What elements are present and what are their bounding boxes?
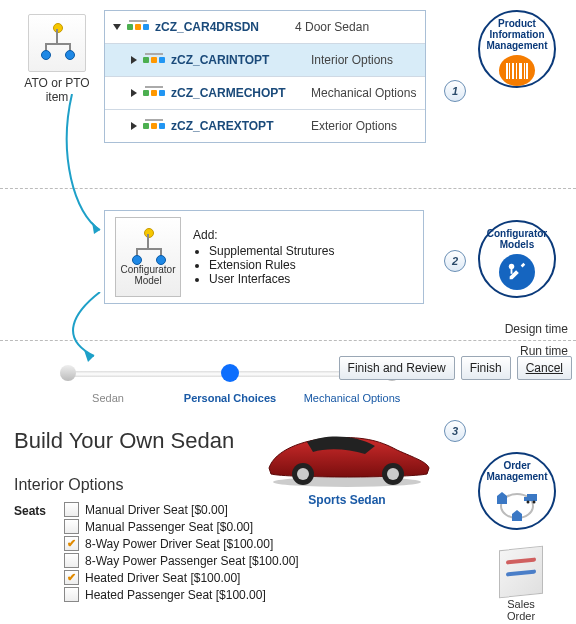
cm-label: Configurator Models — [487, 228, 548, 250]
configurator-model-app-icon: Configurator Model — [115, 217, 181, 297]
svg-rect-10 — [497, 496, 507, 504]
item-description: Mechanical Options — [311, 86, 416, 100]
svg-point-22 — [297, 468, 309, 480]
design-time-label: Design time — [505, 322, 568, 336]
svg-rect-8 — [511, 268, 513, 274]
seat-option[interactable]: Heated Passenger Seat [$100.00] — [64, 587, 299, 602]
item-type-icon — [143, 86, 165, 100]
step-dot-personal-choices[interactable] — [221, 364, 239, 382]
checkbox[interactable] — [64, 502, 79, 517]
finish-button[interactable]: Finish — [461, 356, 511, 380]
item-code: zCZ_CAR4DRSDN — [155, 20, 295, 34]
car-icon — [257, 420, 437, 490]
ato-tree-icon — [28, 14, 86, 72]
checkbox[interactable] — [64, 519, 79, 534]
svg-rect-16 — [512, 514, 522, 521]
seat-option-label: Manual Passenger Seat [$0.00] — [85, 520, 253, 534]
flow-arrow-1 — [64, 94, 104, 234]
item-code: zCZ_CAREXTOPT — [171, 119, 311, 133]
item-tree-row[interactable]: zCZ_CAREXTOPTExterior Options — [105, 110, 425, 142]
checkbox[interactable] — [64, 553, 79, 568]
seat-option-label: 8-Way Power Driver Seat [$100.00] — [85, 537, 273, 551]
pim-label: Product Information Management — [486, 18, 547, 51]
seat-option-label: Heated Driver Seat [$100.00] — [85, 571, 240, 585]
svg-rect-3 — [516, 63, 517, 79]
expand-arrow-icon[interactable] — [113, 24, 121, 30]
item-description: Interior Options — [311, 53, 393, 67]
svg-marker-11 — [497, 492, 507, 496]
svg-rect-1 — [509, 63, 510, 79]
item-type-icon — [143, 119, 165, 133]
svg-rect-0 — [506, 63, 508, 79]
cancel-button-label: Cancel — [526, 361, 563, 375]
item-code: zCZ_CARINTOPT — [171, 53, 311, 67]
seat-option[interactable]: 8-Way Power Passenger Seat [$100.00] — [64, 553, 299, 568]
item-type-icon — [127, 20, 149, 34]
item-description: 4 Door Sedan — [295, 20, 369, 34]
checkbox[interactable] — [64, 570, 79, 585]
configurator-model-box: Configurator Model Add: Supplemental Str… — [104, 210, 424, 304]
add-bullet: Supplemental Strutures — [209, 244, 334, 258]
item-tree-table: zCZ_CAR4DRSDN4 Door SedanzCZ_CARINTOPTIn… — [104, 10, 426, 143]
step-number-2: 2 — [444, 250, 466, 272]
seat-option-label: 8-Way Power Passenger Seat [$100.00] — [85, 554, 299, 568]
expand-arrow-icon[interactable] — [131, 56, 137, 64]
add-bullet-list: Supplemental StruturesExtension RulesUse… — [209, 244, 334, 286]
step-label-mechanical-options[interactable]: Mechanical Options — [291, 392, 413, 404]
checkbox[interactable] — [64, 587, 79, 602]
circle-product-information-management: Product Information Management — [478, 10, 556, 88]
svg-marker-17 — [512, 510, 522, 514]
sales-order-app: Sales Order — [492, 548, 550, 622]
add-bullet: User Interfaces — [209, 272, 334, 286]
order-management-icon — [493, 486, 541, 526]
circle-order-management: Order Management — [478, 452, 556, 530]
tools-icon — [499, 254, 535, 290]
car-name: Sports Sedan — [254, 493, 440, 507]
om-label: Order Management — [486, 460, 547, 482]
seat-option[interactable]: 8-Way Power Driver Seat [$100.00] — [64, 536, 299, 551]
step-number-1: 1 — [444, 80, 466, 102]
checkbox[interactable] — [64, 536, 79, 551]
cancel-button[interactable]: Cancel — [517, 356, 572, 380]
circle-configurator-models: Configurator Models — [478, 220, 556, 298]
step-label-personal-choices[interactable]: Personal Choices — [169, 392, 291, 404]
seats-label: Seats — [14, 502, 64, 518]
car-preview: Sports Sedan — [254, 420, 440, 507]
item-tree-row[interactable]: zCZ_CARINTOPTInterior Options — [105, 44, 425, 77]
seat-option-label: Manual Driver Seat [$0.00] — [85, 503, 228, 517]
finish-and-review-button[interactable]: Finish and Review — [339, 356, 455, 380]
seat-option[interactable]: Manual Passenger Seat [$0.00] — [64, 519, 299, 534]
step-label-sedan[interactable]: Sedan — [47, 392, 169, 404]
step-dot-sedan[interactable] — [60, 365, 76, 381]
expand-arrow-icon[interactable] — [131, 89, 137, 97]
svg-rect-12 — [527, 494, 537, 501]
svg-rect-5 — [524, 63, 525, 79]
add-heading: Add: — [193, 228, 334, 242]
ato-pto-item: ATO or PTO item — [20, 14, 94, 104]
item-code: zCZ_CARMECHOPT — [171, 86, 311, 100]
svg-rect-4 — [519, 63, 522, 79]
seat-option[interactable]: Heated Driver Seat [$100.00] — [64, 570, 299, 585]
expand-arrow-icon[interactable] — [131, 122, 137, 130]
add-bullet: Extension Rules — [209, 258, 334, 272]
seat-options-group: Manual Driver Seat [$0.00]Manual Passeng… — [64, 502, 299, 602]
configurator-model-icon-label: Configurator Model — [120, 264, 175, 286]
seat-option-label: Heated Passenger Seat [$100.00] — [85, 588, 266, 602]
barcode-icon — [499, 55, 535, 86]
sales-order-icon — [499, 546, 543, 599]
svg-marker-18 — [92, 222, 100, 234]
svg-rect-2 — [512, 63, 514, 79]
item-tree-row[interactable]: zCZ_CAR4DRSDN4 Door Sedan — [105, 11, 425, 44]
svg-point-15 — [533, 501, 536, 504]
item-tree-row[interactable]: zCZ_CARMECHOPTMechanical Options — [105, 77, 425, 110]
svg-point-14 — [527, 501, 530, 504]
svg-point-24 — [387, 468, 399, 480]
svg-rect-13 — [524, 497, 528, 501]
item-description: Exterior Options — [311, 119, 397, 133]
sales-order-label: Sales Order — [492, 598, 550, 622]
item-type-icon — [143, 53, 165, 67]
svg-rect-6 — [526, 63, 528, 79]
runtime-action-buttons: Finish and Review Finish Cancel — [339, 356, 572, 380]
